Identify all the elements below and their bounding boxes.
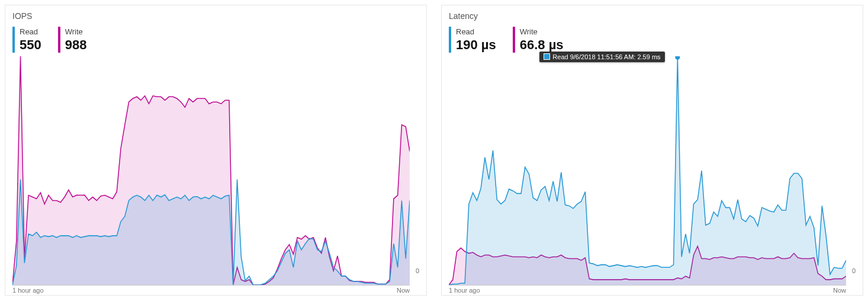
panel-title-iops: IOPS bbox=[12, 11, 419, 21]
metric-label-write: Write bbox=[520, 27, 564, 37]
metric-value-latency-read: 190 µs bbox=[456, 37, 496, 53]
tooltip-text: Read 9/6/2018 11:51:56 AM: 2.59 ms bbox=[552, 53, 660, 60]
panel-iops: IOPS Read 550 Write 988 0 1 hour a bbox=[5, 5, 427, 296]
time-end-iops: Now bbox=[397, 287, 410, 294]
metric-label-read: Read bbox=[20, 27, 41, 37]
panel-latency: Latency Read 190 µs Write 66.8 µs bbox=[441, 5, 863, 296]
metric-bar-read-icon bbox=[12, 27, 15, 53]
tooltip-swatch-icon bbox=[544, 53, 550, 60]
metric-value-iops-read: 550 bbox=[20, 37, 41, 53]
metric-label-read: Read bbox=[456, 27, 496, 37]
time-start-latency: 1 hour ago bbox=[449, 287, 480, 294]
chart-iops-svg bbox=[12, 56, 410, 285]
metric-label-write: Write bbox=[65, 27, 87, 37]
y-zero-iops: 0 bbox=[416, 267, 419, 274]
y-zero-latency: 0 bbox=[852, 267, 856, 274]
svg-point-0 bbox=[675, 56, 680, 60]
metric-latency-read: Read 190 µs bbox=[449, 27, 496, 53]
metric-value-iops-write: 988 bbox=[65, 37, 87, 53]
time-axis-iops: 1 hour ago Now bbox=[12, 285, 410, 294]
chart-latency[interactable]: Read 9/6/2018 11:51:56 AM: 2.59 ms 0 bbox=[449, 56, 856, 285]
time-start-iops: 1 hour ago bbox=[12, 287, 44, 294]
metric-latency-write: Write 66.8 µs bbox=[513, 27, 564, 53]
chart-tooltip: Read 9/6/2018 11:51:56 AM: 2.59 ms bbox=[539, 52, 664, 62]
metrics-latency: Read 190 µs Write 66.8 µs bbox=[449, 27, 856, 53]
dashboard: IOPS Read 550 Write 988 0 1 hour a bbox=[0, 0, 868, 298]
metric-value-latency-write: 66.8 µs bbox=[520, 37, 564, 53]
time-axis-latency: 1 hour ago Now bbox=[449, 285, 846, 294]
chart-iops[interactable]: 0 bbox=[12, 56, 419, 285]
time-end-latency: Now bbox=[833, 287, 846, 294]
panel-title-latency: Latency bbox=[449, 11, 856, 21]
metric-bar-write-icon bbox=[513, 27, 515, 53]
metric-iops-write: Write 988 bbox=[58, 27, 87, 53]
metric-iops-read: Read 550 bbox=[12, 27, 41, 53]
metrics-iops: Read 550 Write 988 bbox=[12, 27, 419, 53]
metric-bar-read-icon bbox=[449, 27, 451, 53]
chart-latency-svg bbox=[449, 56, 846, 285]
metric-bar-write-icon bbox=[58, 27, 60, 53]
